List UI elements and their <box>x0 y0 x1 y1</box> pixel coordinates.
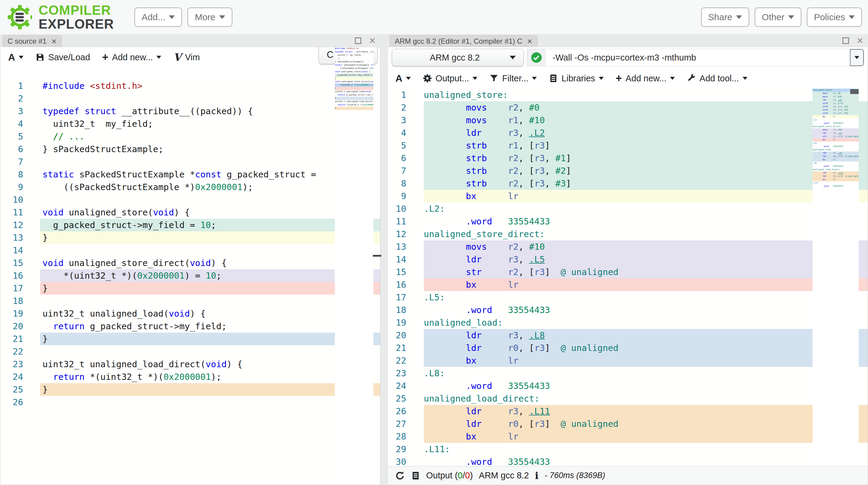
code-line[interactable]: 14 <box>0 244 380 257</box>
code-line[interactable]: 29.L11: <box>388 443 868 455</box>
compiler-options-input[interactable] <box>546 49 850 66</box>
code-line[interactable]: 22 <box>0 345 380 358</box>
code-line[interactable]: 28 bx lr <box>388 430 868 443</box>
source-code-editor[interactable]: 1#include <stdint.h>23typedef struct __a… <box>0 79 380 485</box>
source-minimap[interactable]: #include <stdint.h>typedef struct __attr… <box>335 47 373 485</box>
save-load-button[interactable]: Save/Load <box>36 53 90 62</box>
refresh-icon[interactable] <box>395 471 405 481</box>
code-line[interactable]: 27 ldr r0, [r3] @ unaligned <box>388 418 868 430</box>
line-number: 30 <box>388 455 406 466</box>
code-line[interactable]: 30 .word 33554433 <box>388 455 868 466</box>
code-line[interactable]: 18 .word 33554433 <box>388 304 868 316</box>
assembly-minimap[interactable]: unaligned_store: movs r2, #0 movs r1, #1… <box>812 89 859 466</box>
assembly-output-editor[interactable]: 1unaligned_store:2 movs r2, #03 movs r1,… <box>388 89 868 466</box>
add-new-button[interactable]: + Add new... <box>102 51 161 64</box>
code-line[interactable]: 7 <box>0 156 380 168</box>
code-line[interactable]: 24 .word 33554433 <box>388 380 868 392</box>
code-line[interactable]: 21 ldr r0, [r3] @ unaligned <box>388 342 868 354</box>
more-menu-button[interactable]: More <box>187 7 232 27</box>
compiler-select[interactable]: ARM gcc 8.2 <box>392 49 524 66</box>
tab-c-source[interactable]: C source #1 × <box>2 35 62 47</box>
minimap-line: } sPackedStructExample; <box>335 60 373 64</box>
code-line[interactable]: 13 movs r2, #10 <box>388 240 868 253</box>
code-line[interactable]: 26 ldr r3, .L11 <box>388 405 868 418</box>
code-line[interactable]: 7 strb r2, [r3, #2] <box>388 164 868 177</box>
chevron-down-icon <box>532 77 537 80</box>
line-number: 26 <box>388 405 406 418</box>
code-line[interactable]: 13} <box>0 231 380 244</box>
scrollbar-thumb[interactable] <box>850 89 859 94</box>
filter-menu-button[interactable]: Filter... <box>490 73 537 84</box>
other-button[interactable]: Other <box>755 7 801 27</box>
code-line[interactable]: 5 // ... <box>0 130 380 143</box>
code-line[interactable]: 14 ldr r3, .L5 <box>388 253 868 266</box>
info-icon[interactable]: i <box>535 470 538 481</box>
code-line[interactable]: 10.L2: <box>388 202 868 215</box>
code-line[interactable]: 9 ((sPackedStructExample *)0x2000001); <box>0 181 380 193</box>
code-line[interactable]: 18 <box>0 295 380 307</box>
code-line[interactable]: 12 g_packed_struct->my_field = 10; <box>0 219 380 231</box>
code-line[interactable]: 23.L8: <box>388 367 868 380</box>
add-tool-button[interactable]: Add tool... <box>687 73 747 84</box>
code-line[interactable]: 5 strb r1, [r3] <box>388 139 868 152</box>
code-line[interactable]: 3typedef struct __attribute__((packed)) … <box>0 105 380 118</box>
code-line[interactable]: 16 *(uint32_t *)(0x2000001) = 10; <box>0 269 380 282</box>
line-number: 5 <box>388 139 406 152</box>
code-line[interactable]: 6} sPackedStructExample; <box>0 143 380 156</box>
options-dropdown-button[interactable] <box>850 49 864 66</box>
code-line[interactable]: 24 return *(uint32_t *)(0x2000001); <box>0 370 380 383</box>
policies-button[interactable]: Policies <box>807 7 862 27</box>
code-line[interactable]: 11 .word 33554433 <box>388 215 868 228</box>
close-icon[interactable]: × <box>857 35 863 46</box>
code-line[interactable]: 4 ldr r3, .L2 <box>388 127 868 139</box>
output-menu-button[interactable]: Output... <box>423 73 477 84</box>
output-list-icon[interactable] <box>411 471 420 480</box>
code-line[interactable]: 25unaligned_load_direct: <box>388 392 868 405</box>
tab-compiler[interactable]: ARM gcc 8.2 (Editor #1, Compiler #1) C × <box>390 35 537 47</box>
libraries-menu-button[interactable]: Libraries <box>549 73 603 84</box>
code-line[interactable]: 26 <box>0 396 380 409</box>
code-line[interactable]: 16 bx lr <box>388 278 868 291</box>
code-line[interactable]: 20 ldr r3, .L8 <box>388 329 868 342</box>
maximize-icon[interactable] <box>355 37 361 44</box>
maximize-icon[interactable] <box>842 37 849 44</box>
minimap-line: strb r2, [r3, #1] <box>812 105 859 108</box>
pane-resize-handle[interactable] <box>373 255 381 257</box>
output-toggle[interactable]: Output (0/0) <box>426 471 473 481</box>
share-button[interactable]: Share <box>701 7 749 27</box>
app-header: COMPILER EXPLORER Add... More Share Othe… <box>0 0 868 34</box>
code-line[interactable]: 19unaligned_load: <box>388 316 868 329</box>
code-line[interactable]: 15 str r2, [r3] @ unaligned <box>388 266 868 278</box>
code-line[interactable]: 11void unaligned_store(void) { <box>0 206 380 219</box>
code-line[interactable]: 3 movs r1, #10 <box>388 114 868 127</box>
code-line[interactable]: 20 return g_packed_struct->my_field; <box>0 320 380 332</box>
code-line[interactable]: 22 bx lr <box>388 354 868 367</box>
code-line[interactable]: 15void unaligned_store_direct(void) { <box>0 257 380 269</box>
code-line[interactable]: 2 <box>0 92 380 105</box>
code-line[interactable]: 9 bx lr <box>388 190 868 202</box>
vim-toggle-button[interactable]: V Vim <box>173 51 200 63</box>
code-line[interactable]: 4 uint32_t my_field; <box>0 118 380 130</box>
close-icon[interactable]: × <box>369 35 375 46</box>
code-line[interactable]: 10 <box>0 193 380 206</box>
code-line[interactable]: 1#include <stdint.h> <box>0 79 380 92</box>
close-icon[interactable]: × <box>527 37 532 46</box>
code-line[interactable]: 6 strb r2, [r3, #1] <box>388 152 868 164</box>
code-line[interactable]: 21} <box>0 332 380 345</box>
font-size-button[interactable]: A <box>396 73 411 84</box>
code-line[interactable]: 23uint32_t unaligned_load_direct(void) { <box>0 358 380 370</box>
code-line[interactable]: 17.L5: <box>388 291 868 304</box>
code-line[interactable]: 8 strb r2, [r3, #3] <box>388 177 868 190</box>
code-line[interactable]: 2 movs r2, #0 <box>388 101 868 114</box>
code-line[interactable]: 19uint32_t unaligned_load(void) { <box>0 307 380 320</box>
code-line[interactable]: 12unaligned_store_direct: <box>388 228 868 240</box>
code-line[interactable]: 25} <box>0 383 380 396</box>
add-menu-button[interactable]: Add... <box>134 7 182 27</box>
add-new-button[interactable]: + Add new... <box>616 72 675 85</box>
close-icon[interactable]: × <box>51 37 57 46</box>
code-line[interactable]: 1unaligned_store: <box>388 89 868 101</box>
code-line[interactable]: 17} <box>0 282 380 295</box>
source-toolbar: A Save/Load + Add new... V <box>0 47 380 67</box>
font-size-button[interactable]: A <box>8 52 24 63</box>
code-line[interactable]: 8static sPackedStructExample *const g_pa… <box>0 168 380 181</box>
